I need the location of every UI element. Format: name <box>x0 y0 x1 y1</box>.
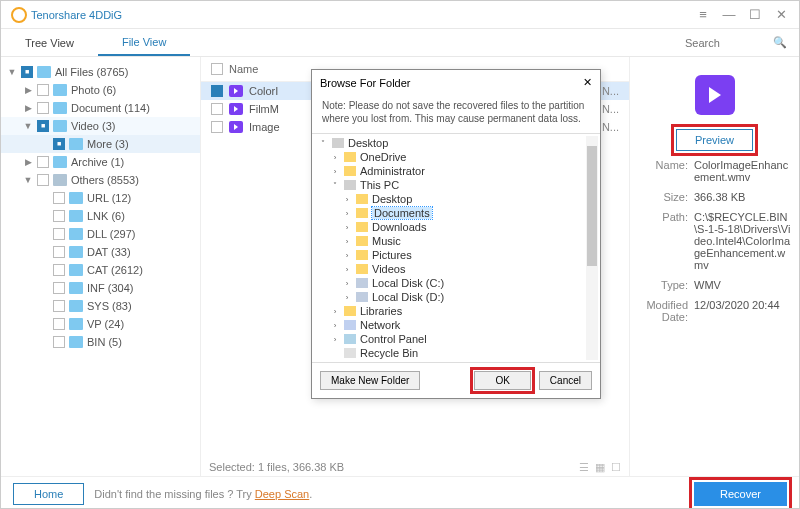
tree-more[interactable]: More (3) <box>1 135 200 153</box>
footer: Home Didn't find the missing files ? Try… <box>1 476 799 509</box>
tab-tree-view[interactable]: Tree View <box>1 29 98 56</box>
search-input[interactable] <box>685 37 765 49</box>
row-checkbox[interactable] <box>211 85 223 97</box>
dialog-note: Note: Please do not save the recovered f… <box>312 95 600 133</box>
col-name[interactable]: Name <box>229 63 258 75</box>
deep-scan-link[interactable]: Deep Scan <box>255 488 309 500</box>
preview-button[interactable]: Preview <box>676 129 753 151</box>
tree-archive[interactable]: ▶Archive (1) <box>1 153 200 171</box>
tree-lnk[interactable]: LNK (6) <box>1 207 200 225</box>
folder-documents[interactable]: ›Documents <box>312 206 600 220</box>
search-icon[interactable]: 🔍 <box>773 36 787 49</box>
view-grid-icon[interactable]: ▦ <box>595 461 605 474</box>
dialog-close-icon[interactable]: ✕ <box>583 76 592 89</box>
app-logo: Tenorshare 4DDiG <box>11 7 122 23</box>
tree-video[interactable]: ▼Video (3) <box>1 117 200 135</box>
tree-bin[interactable]: BIN (5) <box>1 333 200 351</box>
row-checkbox[interactable] <box>211 103 223 115</box>
tab-file-view[interactable]: File View <box>98 29 190 56</box>
dialog-buttons: Make New Folder OK Cancel <box>312 363 600 398</box>
make-new-folder-button[interactable]: Make New Folder <box>320 371 420 390</box>
menu-icon[interactable]: ≡ <box>695 7 711 22</box>
close-icon[interactable]: ✕ <box>773 7 789 22</box>
cancel-button[interactable]: Cancel <box>539 371 592 390</box>
recover-button[interactable]: Recover <box>694 482 787 506</box>
tree-url[interactable]: URL (12) <box>1 189 200 207</box>
select-all-checkbox[interactable] <box>211 63 223 75</box>
logo-icon <box>11 7 27 23</box>
window-controls: ≡ — ☐ ✕ <box>695 7 789 22</box>
view-tabs: Tree View File View 🔍 <box>1 29 799 57</box>
dialog-title: Browse For Folder <box>320 77 410 89</box>
title-bar: Tenorshare 4DDiG ≡ — ☐ ✕ <box>1 1 799 29</box>
preview-panel: Preview Name:ColorImageEnhancement.wmv S… <box>629 57 799 476</box>
tree-inf[interactable]: INF (304) <box>1 279 200 297</box>
tree-dll[interactable]: DLL (297) <box>1 225 200 243</box>
maximize-icon[interactable]: ☐ <box>747 7 763 22</box>
video-icon <box>229 121 243 133</box>
tree-sys[interactable]: SYS (83) <box>1 297 200 315</box>
minimize-icon[interactable]: — <box>721 7 737 22</box>
view-detail-icon[interactable]: ☐ <box>611 461 621 474</box>
file-tree[interactable]: ▼All Files (8765) ▶Photo (6) ▶Document (… <box>1 57 201 476</box>
dialog-scrollbar[interactable] <box>586 136 598 360</box>
deep-scan-hint: Didn't find the missing files ? Try Deep… <box>94 488 312 500</box>
tree-cat[interactable]: CAT (2612) <box>1 261 200 279</box>
tree-others[interactable]: ▼Others (8553) <box>1 171 200 189</box>
app-title: Tenorshare 4DDiG <box>31 9 122 21</box>
folder-tree[interactable]: ˅Desktop ›OneDrive ›Administrator ˅This … <box>312 133 600 363</box>
home-button[interactable]: Home <box>13 483 84 505</box>
tree-vp[interactable]: VP (24) <box>1 315 200 333</box>
browse-folder-dialog: Browse For Folder ✕ Note: Please do not … <box>311 69 601 399</box>
tree-document[interactable]: ▶Document (114) <box>1 99 200 117</box>
file-type-icon <box>695 75 735 115</box>
ok-button[interactable]: OK <box>474 371 530 390</box>
search-box: 🔍 <box>673 29 799 56</box>
status-bar: Selected: 1 files, 366.38 KB ☰ ▦ ☐ <box>201 458 629 476</box>
row-checkbox[interactable] <box>211 121 223 133</box>
tree-photo[interactable]: ▶Photo (6) <box>1 81 200 99</box>
video-icon <box>229 85 243 97</box>
tree-all-files[interactable]: ▼All Files (8765) <box>1 63 200 81</box>
view-list-icon[interactable]: ☰ <box>579 461 589 474</box>
tree-dat[interactable]: DAT (33) <box>1 243 200 261</box>
selection-status: Selected: 1 files, 366.38 KB <box>209 461 344 473</box>
video-icon <box>229 103 243 115</box>
dialog-title-bar: Browse For Folder ✕ <box>312 70 600 95</box>
